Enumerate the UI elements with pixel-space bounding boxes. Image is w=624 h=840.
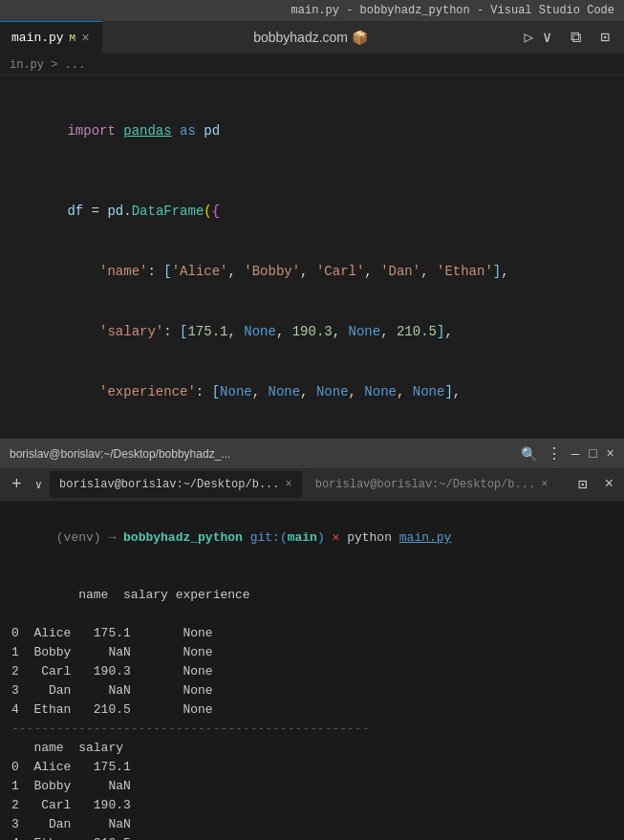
- terminal-tab-1-close[interactable]: ×: [285, 478, 291, 491]
- terminal-tabs-bar: + ∨ borislav@borislav:~/Desktop/b... × b…: [0, 468, 624, 502]
- terminal-minimize-icon[interactable]: —: [571, 446, 579, 462]
- terminal-tab-2-close[interactable]: ×: [541, 478, 548, 491]
- terminal-output-header-2: name salary: [11, 739, 613, 758]
- code-line: [15, 162, 624, 182]
- terminal-tab-1[interactable]: borislav@borislav:~/Desktop/b... ×: [50, 471, 302, 498]
- terminal-output-row2-0: 0 Alice 175.1: [11, 758, 613, 777]
- code-line: 'experience': [None, None, None, None, N…: [15, 362, 624, 422]
- terminal-window-controls: 🔍 ⋮ — □ ×: [521, 444, 614, 463]
- terminal-split-icon[interactable]: ⊡: [573, 473, 592, 496]
- terminal-titlebar: borislav@borislav:~/Desktop/bobbyhadz_..…: [0, 440, 624, 468]
- terminal-output-row-4: 4 Ethan 210.5 None: [11, 700, 613, 720]
- terminal-output-row2-3: 3 Dan NaN: [11, 815, 613, 834]
- code-line: import pandas as pd: [15, 101, 624, 162]
- terminal-output-row-0: 0 Alice 175.1 None: [11, 624, 613, 643]
- split-editor-button[interactable]: ⧉: [566, 27, 586, 49]
- layout-button[interactable]: ⊡: [595, 26, 614, 49]
- title-text: main.py - bobbyhadz_python - Visual Stud…: [291, 4, 614, 17]
- tab-actions: ▷ ∨ ⧉ ⊡: [519, 26, 624, 49]
- terminal-search-icon[interactable]: 🔍: [521, 446, 537, 463]
- code-line: df = pd.DataFrame({: [15, 182, 624, 242]
- code-editor[interactable]: import pandas as pd df = pd.DataFrame({ …: [0, 75, 624, 439]
- terminal-output-row2-4: 4 Ethan 210.5: [11, 834, 613, 840]
- code-line: 'name': ['Alice', 'Bobby', 'Carl', 'Dan'…: [15, 242, 624, 302]
- terminal-tab-1-label: borislav@borislav:~/Desktop/b...: [59, 478, 279, 491]
- terminal-tab-2-label: borislav@borislav:~/Desktop/b...: [315, 478, 535, 491]
- terminal-panel-close-icon[interactable]: ×: [599, 474, 618, 495]
- code-line: }): [15, 422, 624, 439]
- terminal-output-row-1: 1 Bobby NaN None: [11, 643, 613, 662]
- tab-bar: main.py M × bobbyhadz.com 📦 ▷ ∨ ⧉ ⊡: [0, 21, 624, 54]
- tab-filename: main.py: [11, 31, 64, 45]
- terminal-output-row-3: 3 Dan NaN None: [11, 681, 613, 700]
- code-line: 'salary': [175.1, None, 190.3, None, 210…: [15, 302, 624, 362]
- terminal-tab-2[interactable]: borislav@borislav:~/Desktop/b... ×: [306, 471, 558, 498]
- terminal-separator: ----------------------------------------…: [11, 720, 613, 739]
- run-button[interactable]: ▷ ∨: [519, 26, 556, 49]
- terminal-close-icon[interactable]: ×: [607, 446, 614, 462]
- tab-close-button[interactable]: ×: [81, 31, 89, 46]
- terminal-container: borislav@borislav:~/Desktop/bobbyhadz_..…: [0, 439, 624, 840]
- terminal-prompt-line-1: (venv) → bobbyhadz_python git:(main) ✕ p…: [11, 509, 613, 567]
- terminal-output[interactable]: (venv) → bobbyhadz_python git:(main) ✕ p…: [0, 502, 624, 840]
- terminal-add-button[interactable]: +: [6, 473, 28, 496]
- terminal-title: borislav@borislav:~/Desktop/bobbyhadz_..…: [10, 447, 230, 461]
- tab-center-label: bobbyhadz.com 📦: [102, 30, 520, 45]
- terminal-output-row2-1: 1 Bobby NaN: [11, 777, 613, 796]
- terminal-output-header: name salary experience: [11, 567, 613, 624]
- title-bar: main.py - bobbyhadz_python - Visual Stud…: [0, 0, 624, 21]
- terminal-dropdown-button[interactable]: ∨: [32, 476, 46, 494]
- terminal-maximize-icon[interactable]: □: [589, 446, 596, 462]
- terminal-more-icon[interactable]: ⋮: [547, 444, 562, 463]
- tab-modified-indicator: M: [70, 32, 76, 44]
- terminal-output-row2-2: 2 Carl 190.3: [11, 796, 613, 815]
- terminal-output-row-2: 2 Carl 190.3 None: [11, 662, 613, 681]
- active-tab[interactable]: main.py M ×: [0, 21, 102, 54]
- terminal-tab-actions: ⊡ ×: [573, 473, 618, 496]
- breadcrumb: in.py > ...: [0, 54, 624, 75]
- code-line: [15, 81, 624, 101]
